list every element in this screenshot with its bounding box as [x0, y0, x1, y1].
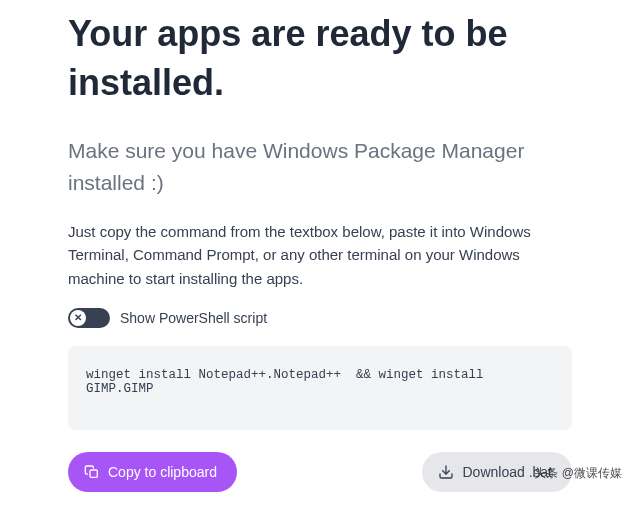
svg-rect-0 [90, 470, 97, 477]
page-title: Your apps are ready to be installed. [68, 10, 572, 107]
download-icon [438, 464, 454, 480]
toggle-knob: ✕ [70, 310, 86, 326]
watermark-text: 头条 @微课传媒 [534, 465, 622, 482]
button-row: Copy to clipboard Download .bat [68, 452, 572, 492]
copy-icon [84, 464, 100, 480]
toggle-label: Show PowerShell script [120, 310, 267, 326]
close-icon: ✕ [74, 313, 82, 323]
powershell-toggle-row: ✕ Show PowerShell script [68, 308, 572, 328]
command-textbox[interactable]: winget install Notepad++.Notepad++ && wi… [68, 346, 572, 430]
copy-to-clipboard-button[interactable]: Copy to clipboard [68, 452, 237, 492]
powershell-toggle[interactable]: ✕ [68, 308, 110, 328]
page-subtitle: Make sure you have Windows Package Manag… [68, 135, 572, 198]
instruction-text: Just copy the command from the textbox b… [68, 220, 572, 290]
copy-button-label: Copy to clipboard [108, 464, 217, 480]
